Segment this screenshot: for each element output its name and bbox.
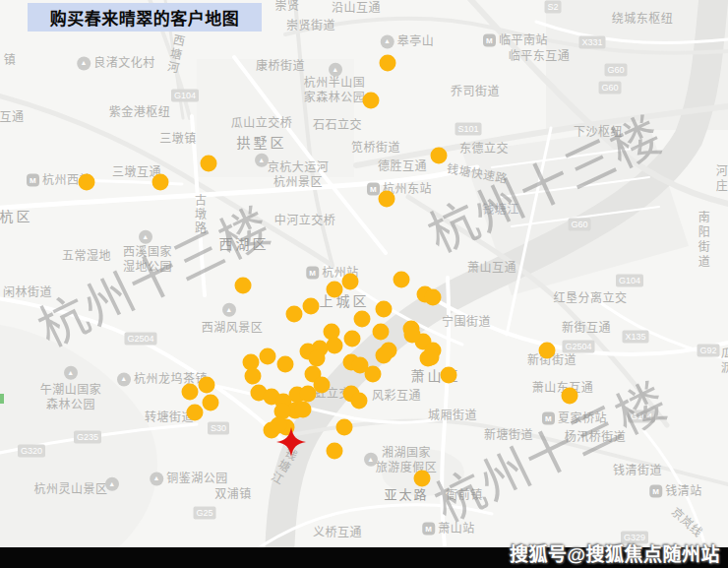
customer-dot [235, 278, 252, 294]
customer-dot [201, 156, 217, 172]
customer-dot [425, 289, 442, 306]
customer-dot [203, 395, 219, 411]
customer-dot [441, 367, 457, 384]
customer-dot [394, 272, 410, 288]
customer-dot [199, 377, 215, 394]
map-title-banner: 购买春来晴翠的客户地图 [28, 3, 262, 32]
customer-dot [380, 55, 396, 72]
customer-dot [79, 174, 95, 191]
customer-dot [309, 350, 326, 367]
customer-dot [379, 191, 395, 208]
customer-dot [303, 298, 320, 315]
customer-dot [351, 393, 368, 410]
customer-dot [404, 327, 421, 344]
customer-dot [327, 443, 343, 460]
customer-dot [245, 368, 262, 385]
customer-dot [295, 402, 312, 418]
customer-map-screenshot: 镇互通▲良渚文化村西塘河G104紫金港枢纽康桥街道崇贤崇贤街道沿山互通S2▲皋亭… [0, 0, 728, 568]
customer-dot [182, 384, 199, 401]
customer-dot [300, 386, 317, 403]
customer-dot [562, 388, 578, 405]
map-title: 购买春来晴翠的客户地图 [50, 5, 240, 30]
four-point-star-icon [276, 427, 306, 457]
project-location-star [276, 427, 306, 461]
customer-dot [327, 338, 343, 354]
customer-dot [354, 311, 371, 328]
customer-dot [423, 349, 440, 366]
customer-dots-layer [0, 0, 728, 568]
customer-dot [336, 419, 353, 436]
customer-dot [286, 306, 303, 323]
customer-dot [376, 347, 393, 364]
customer-dot [363, 93, 380, 109]
customer-dot [344, 331, 361, 347]
customer-dot [376, 301, 393, 318]
customer-dot [431, 148, 448, 164]
customer-dot [365, 366, 382, 383]
customer-dot [342, 274, 359, 290]
customer-dot [187, 405, 204, 421]
customer-dot [539, 343, 556, 359]
customer-dot [277, 356, 294, 373]
customer-dot [152, 174, 169, 191]
customer-dot [373, 324, 390, 341]
customer-dot [327, 282, 343, 298]
customer-dot [260, 348, 276, 365]
customer-dot [414, 471, 431, 487]
sohu-credit-watermark: 搜狐号@搜狐焦点随州站 [510, 539, 720, 566]
